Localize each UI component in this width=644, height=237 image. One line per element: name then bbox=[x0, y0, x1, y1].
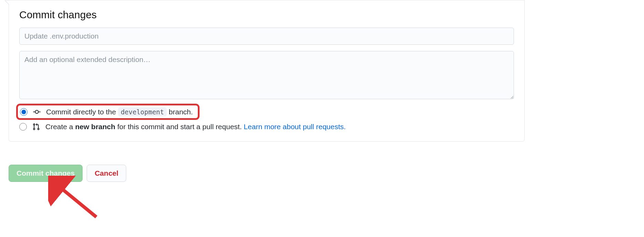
radio-new-branch[interactable]: Create a new branch for this commit and … bbox=[19, 122, 514, 131]
radio-commit-direct[interactable]: Commit directly to the development branc… bbox=[19, 107, 196, 117]
git-commit-icon bbox=[33, 108, 41, 116]
cancel-button[interactable]: Cancel bbox=[87, 165, 126, 182]
radio-commit-direct-input[interactable] bbox=[20, 108, 28, 116]
commit-changes-button[interactable]: Commit changes bbox=[9, 165, 83, 182]
git-pull-request-icon bbox=[32, 123, 40, 131]
nb-prefix: Create a bbox=[45, 123, 73, 131]
svg-line-1 bbox=[58, 186, 96, 217]
annotation-arrow bbox=[48, 176, 103, 220]
branch-name-chip: development bbox=[118, 107, 167, 116]
commit-button-row: Commit changes Cancel bbox=[9, 165, 126, 182]
radio-new-branch-input[interactable] bbox=[19, 123, 27, 131]
learn-more-pr-link[interactable]: Learn more about pull requests. bbox=[244, 123, 346, 131]
radio-commit-direct-label: Commit directly to the development branc… bbox=[46, 107, 193, 116]
radio-new-branch-label: Create a new branch for this commit and … bbox=[45, 122, 346, 131]
nb-bold: new branch bbox=[75, 123, 115, 131]
direct-suffix: branch. bbox=[169, 108, 193, 116]
direct-prefix: Commit directly to the bbox=[46, 108, 116, 116]
commit-changes-panel: Commit changes Commit directly to the de… bbox=[9, 0, 525, 142]
commit-changes-heading: Commit changes bbox=[19, 9, 514, 21]
nb-middle: for this commit and start a pull request… bbox=[117, 123, 242, 131]
commit-description-textarea[interactable] bbox=[19, 51, 514, 99]
commit-target-radio-group: Commit directly to the development branc… bbox=[19, 107, 514, 131]
commit-summary-input[interactable] bbox=[19, 28, 514, 45]
